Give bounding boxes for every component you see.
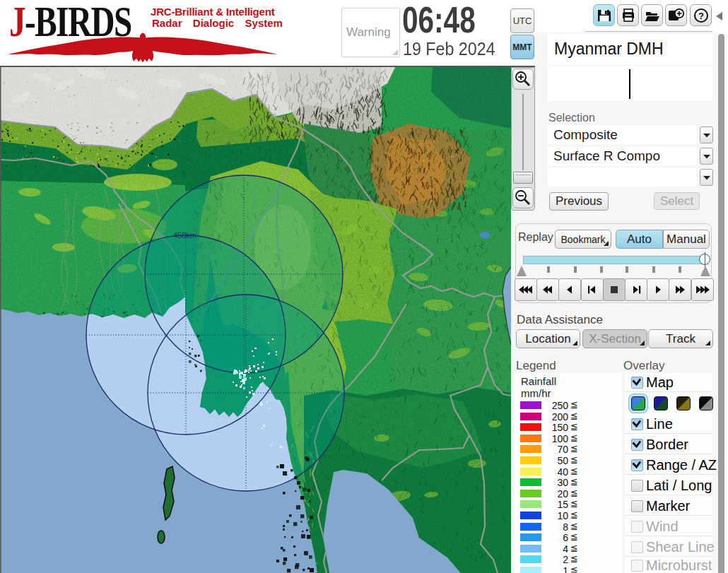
svg-text:?: ? [698,10,704,20]
svg-text:450km: 450km [173,231,196,240]
